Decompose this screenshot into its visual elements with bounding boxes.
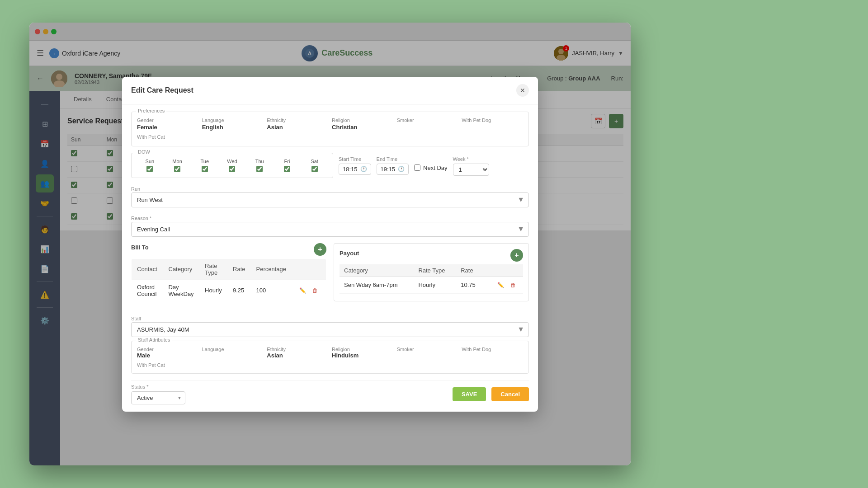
bill-row: Oxford Council Day WeekDay Hourly 9.25 1… (132, 280, 326, 301)
pref-smoker-label: Smoker (397, 117, 458, 123)
start-time-label: Start Time (339, 156, 371, 162)
bill-edit-button[interactable]: ✏️ (297, 285, 308, 296)
dow-fri: Fri (274, 159, 300, 172)
staff-select-wrap: ASURMIS, Jay 40M ▼ (131, 322, 529, 337)
staff-attributes-section: Staff Attributes Gender Male Language (131, 341, 529, 374)
pref-gender: Gender Female (137, 117, 198, 131)
bill-row-actions: ✏️ 🗑 (297, 285, 321, 296)
dow-sun: Sun (137, 159, 163, 172)
staff-section: Staff ASURMIS, Jay 40M ▼ Staff Attribute… (131, 314, 529, 374)
payout-col-rate-type: Rate Type (414, 264, 456, 277)
pref-religion: Religion Christian (332, 117, 393, 131)
pref-pet-dog-label: With Pet Dog (462, 117, 523, 123)
bill-col-category: Category (163, 258, 200, 280)
payout-rate: 10.75 (456, 277, 484, 293)
staff-attr-pet-cat: With Pet Cat (137, 362, 198, 368)
dow-thu-check[interactable] (256, 166, 263, 172)
payout-category: Sen Wday 6am-7pm (340, 277, 414, 293)
bill-delete-button[interactable]: 🗑 (310, 285, 321, 296)
dow-wed-check[interactable] (229, 166, 235, 172)
bill-table: Contact Category Rate Type Rate Percenta… (131, 258, 326, 301)
bill-rate-type: Hourly (199, 280, 227, 301)
week-label: Week * (453, 156, 489, 162)
dow-fri-check[interactable] (284, 166, 290, 172)
payout-section: Payout + Category Rate Type Rate (334, 243, 529, 301)
status-select[interactable]: Active Inactive Pending (131, 391, 185, 404)
pref-pet-cat: With Pet Cat (137, 134, 198, 141)
payout-col-actions (485, 264, 523, 277)
add-bill-button[interactable]: + (314, 243, 326, 256)
dow-thu: Thu (247, 159, 273, 172)
end-time-label: End Time (377, 156, 409, 162)
staff-attr-religion: Religion Hinduism (332, 347, 393, 359)
bill-category: Day WeekDay (163, 280, 200, 301)
bill-col-rate-type: Rate Type (199, 258, 227, 280)
staff-attr-smoker: Smoker (397, 347, 458, 359)
next-day-section: Next Day (414, 164, 447, 171)
pref-religion-label: Religion (332, 117, 393, 123)
add-payout-button[interactable]: + (510, 249, 523, 262)
dow-sat-check[interactable] (311, 166, 318, 172)
dow-grid: Sun Mon Tue (137, 159, 327, 172)
run-label: Run (131, 186, 140, 192)
pref-ethnicity: Ethnicity Asian (267, 117, 328, 131)
next-day-label: Next Day (423, 164, 447, 171)
staff-attr-gender: Gender Male (137, 347, 198, 359)
pref-gender-value: Female (137, 124, 198, 131)
modal-close-button[interactable]: ✕ (516, 84, 529, 97)
staff-attr-pet-dog: With Pet Dog (462, 347, 523, 359)
start-time-field: Start Time 18:15 🕐 (339, 156, 371, 175)
payout-rate-type: Hourly (414, 277, 456, 293)
run-select[interactable]: Run West (131, 192, 529, 207)
week-select[interactable]: 1 2 3 4 (453, 164, 489, 176)
payout-delete-button[interactable]: 🗑 (508, 280, 519, 291)
end-time-input[interactable]: 19:15 🕐 (377, 164, 409, 175)
dow-section: DOW Sun Mon Tue (131, 153, 333, 178)
bill-to-title: Bill To (131, 244, 149, 251)
pref-religion-value: Christian (332, 124, 393, 131)
modal-title: Edit Care Request (131, 86, 193, 94)
staff-attrs-label: Staff Attributes (136, 337, 172, 343)
payout-edit-button[interactable]: ✏️ (495, 280, 506, 291)
dow-mon-check[interactable] (174, 166, 180, 172)
bottom-row: Status * Active Inactive Pending ▼ SAVE … (131, 380, 529, 404)
start-time-input[interactable]: 18:15 🕐 (339, 164, 371, 175)
pref-gender-label: Gender (137, 117, 198, 123)
payout-col-rate: Rate (456, 264, 484, 277)
bill-col-rate: Rate (227, 258, 250, 280)
end-time-field: End Time 19:15 🕐 (377, 156, 409, 175)
bill-col-actions (292, 258, 326, 280)
dow-label: DOW (136, 149, 152, 155)
edit-care-request-modal: Edit Care Request ✕ Preferences Gender F… (122, 77, 538, 412)
dow-mon: Mon (165, 159, 190, 172)
payout-row: Sen Wday 6am-7pm Hourly 10.75 ✏️ 🗑 (340, 277, 523, 293)
bill-col-percentage: Percentage (250, 258, 292, 280)
run-select-wrap: Run West ▼ (131, 192, 529, 207)
modal-overlay: Edit Care Request ✕ Preferences Gender F… (29, 23, 631, 465)
modal-body: Preferences Gender Female Language Engli… (122, 104, 538, 412)
dow-wed: Wed (219, 159, 245, 172)
reason-select[interactable]: Evening Call (131, 222, 529, 237)
bill-percentage: 100 (250, 280, 292, 301)
preferences-section: Preferences Gender Female Language Engli… (131, 112, 529, 146)
reason-label: Reason * (131, 216, 151, 221)
preferences-grid: Gender Female Language English Ethnicity… (137, 117, 523, 141)
next-day-checkbox[interactable] (414, 164, 420, 171)
bill-to-section: Bill To + Contact Category Rate Type Rat… (131, 243, 326, 301)
payout-row-actions: ✏️ 🗑 (489, 280, 519, 291)
pref-pet-dog: With Pet Dog (462, 117, 523, 131)
save-button[interactable]: SAVE (453, 387, 486, 401)
preferences-label: Preferences (136, 108, 166, 113)
payout-title: Payout (340, 250, 359, 257)
dow-tue-check[interactable] (202, 166, 208, 172)
pref-language-value: English (202, 124, 264, 131)
status-label: Status * (131, 384, 185, 389)
pref-language-label: Language (202, 117, 264, 123)
cancel-button[interactable]: Cancel (491, 387, 529, 401)
staff-select[interactable]: ASURMIS, Jay 40M (131, 322, 529, 337)
staff-label: Staff (131, 316, 141, 321)
staff-attr-ethnicity: Ethnicity Asian (267, 347, 328, 359)
bill-col-contact: Contact (132, 258, 163, 280)
dow-sun-check[interactable] (146, 166, 153, 172)
dow-sat: Sat (302, 159, 327, 172)
